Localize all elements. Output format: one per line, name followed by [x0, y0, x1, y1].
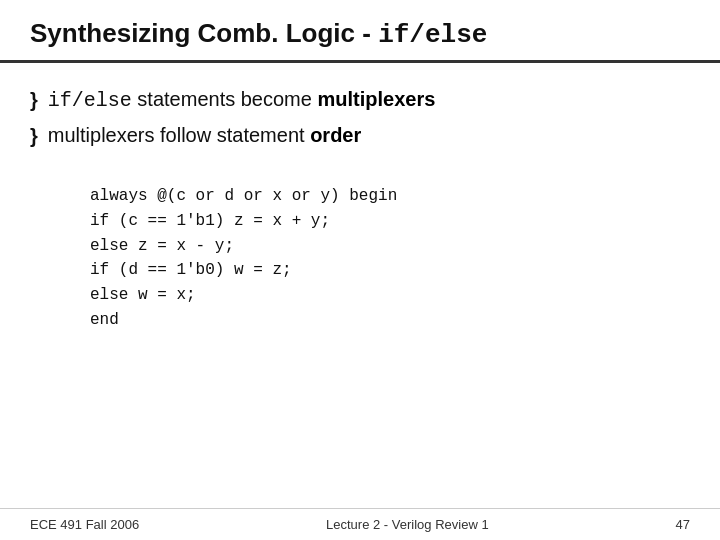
main-content: } if/else statements become multiplexers…	[0, 63, 720, 508]
page-title: Synthesizing Comb. Logic - if/else	[30, 18, 487, 48]
list-item: } multiplexers follow statement order	[30, 121, 690, 150]
bullet-after-1: statements become	[132, 88, 318, 110]
title-bar: Synthesizing Comb. Logic - if/else	[0, 0, 720, 63]
footer: ECE 491 Fall 2006 Lecture 2 - Verilog Re…	[0, 508, 720, 540]
bullet-text-1: if/else statements become multiplexers	[48, 85, 436, 115]
bullet-list: } if/else statements become multiplexers…	[30, 85, 690, 156]
code-line-4: if (d == 1'b0) w = z;	[90, 258, 690, 283]
code-line-1: always @(c or d or x or y) begin	[90, 184, 690, 209]
title-code: if/else	[378, 20, 487, 50]
code-line-6: end	[90, 308, 690, 333]
slide: Synthesizing Comb. Logic - if/else } if/…	[0, 0, 720, 540]
bullet-arrow-2: }	[30, 122, 38, 150]
bullet-bold-2: order	[310, 124, 361, 146]
list-item: } if/else statements become multiplexers	[30, 85, 690, 115]
title-prefix: Synthesizing Comb. Logic -	[30, 18, 378, 48]
code-line-2: if (c == 1'b1) z = x + y;	[90, 209, 690, 234]
code-block: always @(c or d or x or y) begin if (c =…	[90, 184, 690, 333]
bullet-arrow-1: }	[30, 86, 38, 114]
code-line-5: else w = x;	[90, 283, 690, 308]
bullet-before-2: multiplexers follow statement	[48, 124, 310, 146]
footer-right: 47	[676, 517, 690, 532]
code-line-3: else z = x - y;	[90, 234, 690, 259]
bullet-code-1: if/else	[48, 89, 132, 112]
bullet-bold-1: multiplexers	[317, 88, 435, 110]
footer-left: ECE 491 Fall 2006	[30, 517, 139, 532]
bullet-text-2: multiplexers follow statement order	[48, 121, 361, 149]
footer-center: Lecture 2 - Verilog Review 1	[326, 517, 489, 532]
